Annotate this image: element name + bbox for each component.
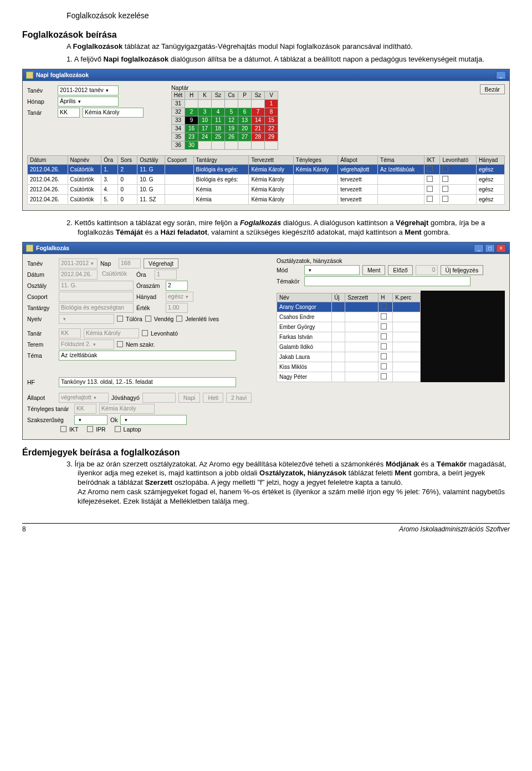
window-title: Foglalkozás [36,245,69,251]
ment-button[interactable]: Ment [362,265,385,275]
titlebar: Napi foglalkozások _ [23,69,509,81]
window-title: Napi foglalkozások [36,72,89,78]
nyelv-select [59,314,114,324]
datum-input: 2012.04.26. [59,270,98,280]
hanyad-select: egész [166,292,193,302]
minimize-icon[interactable]: _ [496,71,506,79]
oraszam-input[interactable]: 2 [166,281,188,291]
heti-button: Heti [203,393,223,403]
temakor-input[interactable] [304,276,470,286]
product-name: Aromo Iskolaadminisztrációs Szoftver [399,525,510,533]
intro-paragraph: A Foglalkozások táblázat az Tanügyigazga… [66,42,510,52]
elozo-button[interactable]: Előző [388,265,412,275]
vegrehajt-button[interactable]: Végrehajt [144,258,178,268]
levonhato-checkbox[interactable] [142,330,148,336]
page-header: Foglalkozások kezelése [22,11,510,20]
minimize-icon[interactable]: _ [474,244,484,252]
nemszakr-checkbox[interactable] [117,341,123,347]
titlebar: Foglalkozás _ □ × [23,242,509,254]
vendeg-checkbox[interactable] [145,316,151,322]
close-button[interactable]: Bezár [480,84,505,94]
tanar-name-input[interactable]: Kémia Károly [83,108,144,118]
havi2-button: 2 havi [226,393,252,403]
calendar-label: Naptár [171,84,278,91]
students-table[interactable]: NévÚjSzerzettHK.percArany CsongorCsahos … [277,293,421,382]
ipr-checkbox[interactable] [87,426,93,432]
window-napi-foglalkozasok: Napi foglalkozások _ Tanév2011-2012 tané… [22,69,510,211]
laptop-checkbox[interactable] [115,426,121,432]
app-icon [26,245,33,252]
napi-button: Napi [178,393,201,403]
app-icon [26,72,33,79]
close-icon[interactable]: × [496,244,506,252]
tanar-code-input[interactable]: KK [58,108,80,118]
hf-input[interactable]: Tankönyv 113. oldal, 12.-15. feladat [59,377,236,387]
calendar[interactable]: HétHKSzCsPSzV311322345678339101112131415… [171,91,278,150]
ora-input: 1 [155,270,177,280]
allapot-select: végrehajtott [59,393,109,403]
ertek-input: 1.00 [166,303,188,313]
list-item-1: 1. A feljövő Napi foglalkozások dialógus… [66,55,510,64]
tanar-code: KK [59,328,81,338]
ikt-checkbox[interactable] [60,426,66,432]
ujfeljegyzes-button[interactable]: Új feljegyzés [441,265,484,275]
tantargy-input: Biológia és egészségtan [59,303,134,313]
page-number: 8 [22,525,26,533]
maximize-icon[interactable]: □ [485,244,495,252]
window-foglalkozas: Foglalkozás _ □ × Tanév2011-2012 Nap168 … [22,242,510,440]
tanev-select[interactable]: 2011-2012 tanév [58,85,119,95]
osztaly-input: 11. G. [59,281,134,291]
jelenleti-checkbox[interactable] [176,316,182,322]
tema-input[interactable]: Az ízeltlábúak [59,351,236,361]
section-heading-1: Foglalkozások beírása [22,30,510,40]
honap-select[interactable]: Április [58,97,119,106]
tanar-name: Kémia Károly [84,328,139,338]
filter-form: Tanév2011-2012 tanév HónapÁprilis TanárK… [27,84,144,150]
ok-select[interactable] [120,415,187,425]
tanev-input: 2011-2012 [59,258,98,268]
nap-input: 168 [119,258,141,268]
section-heading-2: Érdemjegyek beírása a foglalkozáson [22,448,510,458]
empty-panel [421,291,505,382]
csoport-input [59,292,134,302]
mod-select[interactable] [304,265,360,275]
szaksz-select[interactable] [74,415,108,425]
list-item-3: 3. Írja be az órán szerzett osztályzatok… [66,460,510,506]
terem-select: Földszint 2. [59,339,114,349]
osztalyzatok-label: Osztályzatok, hiányzások [277,257,505,264]
list-item-2: 2. Kettős kattintson a táblázat egy sorá… [66,219,510,237]
sessions-table[interactable]: DátumNapnévÓraSorsOsztályCsoportTantárgy… [27,155,505,205]
page-footer: 8 Aromo Iskolaadminisztrációs Szoftver [22,523,510,533]
tulora-checkbox[interactable] [117,316,123,322]
